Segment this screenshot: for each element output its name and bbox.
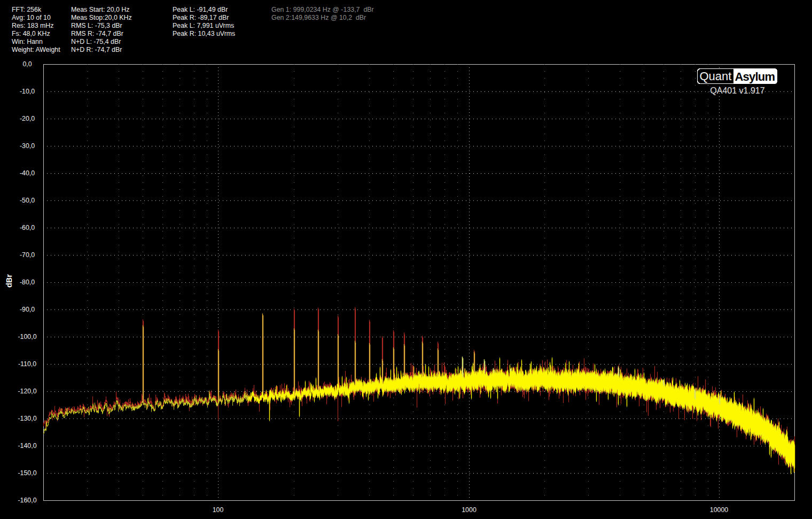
svg-text:Peak L: 7,991 uVrms: Peak L: 7,991 uVrms (173, 22, 234, 29)
svg-text:-60,0: -60,0 (20, 224, 35, 231)
svg-text:Res: 183 mHz: Res: 183 mHz (12, 22, 54, 29)
svg-text:-110,0: -110,0 (18, 360, 36, 368)
svg-text:-40,0: -40,0 (20, 169, 35, 177)
svg-text:RMS R: -74,7 dBr: RMS R: -74,7 dBr (71, 30, 123, 37)
svg-text:-70,0: -70,0 (20, 251, 35, 259)
svg-text:Peak R: 10,43 uVrms: Peak R: 10,43 uVrms (173, 30, 235, 37)
svg-text:Asylum: Asylum (735, 70, 775, 83)
svg-text:1000: 1000 (462, 506, 477, 514)
svg-text:-80,0: -80,0 (20, 278, 35, 286)
svg-text:N+D L: -75,4 dBr: N+D L: -75,4 dBr (71, 38, 121, 45)
svg-text:-90,0: -90,0 (20, 306, 35, 313)
svg-text:-10,0: -10,0 (20, 88, 35, 95)
svg-text:-130,0: -130,0 (18, 415, 36, 422)
svg-text:Weight: AWeight: Weight: AWeight (12, 46, 60, 53)
svg-text:Peak L: -91,49 dBr: Peak L: -91,49 dBr (173, 6, 228, 13)
svg-text:Quant: Quant (700, 69, 732, 83)
svg-text:-20,0: -20,0 (20, 115, 35, 122)
svg-text:0,0: 0,0 (22, 60, 32, 68)
svg-text:Win: Hann: Win: Hann (12, 38, 43, 45)
svg-text:-30,0: -30,0 (20, 142, 35, 150)
svg-text:-50,0: -50,0 (20, 197, 35, 204)
svg-text:Peak R: -89,17 dBr: Peak R: -89,17 dBr (173, 14, 229, 21)
svg-text:RMS L: -75,3 dBr: RMS L: -75,3 dBr (71, 22, 122, 29)
svg-text:N+D R: -74,7 dBr: N+D R: -74,7 dBr (71, 46, 122, 53)
svg-text:Avg: 10 of 10: Avg: 10 of 10 (12, 14, 51, 21)
svg-text:-140,0: -140,0 (18, 442, 36, 450)
svg-text:10000: 10000 (710, 506, 729, 514)
svg-text:Gen 2:149,9633 Hz @ 10,2 dBr: Gen 2:149,9633 Hz @ 10,2 dBr (271, 14, 366, 21)
svg-text:Gen 1: 999,0234 Hz @ -133,7 d: Gen 1: 999,0234 Hz @ -133,7 dBr (271, 6, 374, 13)
svg-text:Meas Start: 20,0 Hz: Meas Start: 20,0 Hz (71, 6, 130, 13)
svg-text:100: 100 (213, 506, 224, 514)
svg-text:-160,0: -160,0 (18, 497, 36, 504)
svg-text:-120,0: -120,0 (18, 388, 36, 395)
svg-text:Fs: 48,0 KHz: Fs: 48,0 KHz (12, 30, 50, 37)
svg-text:Meas Stop:20,0 KHz: Meas Stop:20,0 KHz (71, 14, 132, 21)
svg-text:FFT: 256k: FFT: 256k (12, 6, 42, 13)
svg-text:QA401 v1.917: QA401 v1.917 (710, 86, 764, 95)
svg-text:-150,0: -150,0 (18, 469, 36, 477)
svg-text:-100,0: -100,0 (18, 333, 36, 340)
svg-text:dBr: dBr (5, 274, 13, 288)
